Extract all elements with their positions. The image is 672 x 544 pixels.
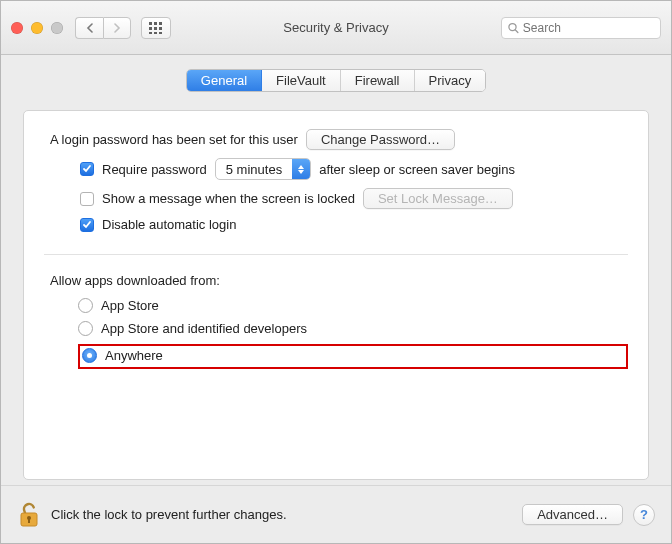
show-message-label: Show a message when the screen is locked: [102, 191, 355, 206]
svg-rect-4: [154, 27, 157, 30]
svg-rect-1: [154, 22, 157, 25]
login-password-status: A login password has been set for this u…: [50, 132, 298, 147]
grid-icon: [149, 22, 163, 34]
anywhere-highlight: Anywhere: [78, 344, 628, 369]
svg-rect-7: [154, 32, 157, 34]
change-password-button[interactable]: Change Password…: [306, 129, 455, 150]
search-field[interactable]: [501, 17, 661, 39]
check-icon: [82, 220, 92, 230]
radio-anywhere[interactable]: Anywhere: [82, 348, 163, 363]
radio-icon: [78, 321, 93, 336]
svg-rect-0: [149, 22, 152, 25]
tab-filevault[interactable]: FileVault: [262, 70, 341, 91]
tab-firewall[interactable]: Firewall: [341, 70, 415, 91]
show-all-button[interactable]: [141, 17, 171, 39]
unlocked-lock-icon: [17, 501, 41, 529]
radio-app-store-identified[interactable]: App Store and identified developers: [78, 321, 628, 336]
zoom-window-button[interactable]: [51, 22, 63, 34]
advanced-button[interactable]: Advanced…: [522, 504, 623, 525]
general-panel: A login password has been set for this u…: [23, 110, 649, 480]
chevron-right-icon: [113, 23, 121, 33]
forward-button[interactable]: [103, 17, 131, 39]
tab-privacy[interactable]: Privacy: [415, 70, 486, 91]
radio-app-store-label: App Store: [101, 298, 159, 313]
svg-rect-3: [149, 27, 152, 30]
minimize-window-button[interactable]: [31, 22, 43, 34]
close-window-button[interactable]: [11, 22, 23, 34]
radio-icon: [82, 348, 97, 363]
password-delay-select[interactable]: 5 minutes: [215, 158, 311, 180]
nav-buttons: [75, 17, 131, 39]
footer: Click the lock to prevent further change…: [1, 485, 671, 543]
back-button[interactable]: [75, 17, 103, 39]
disable-auto-login-label: Disable automatic login: [102, 217, 236, 232]
svg-rect-5: [159, 27, 162, 30]
svg-rect-8: [159, 32, 162, 34]
password-delay-value: 5 minutes: [216, 162, 292, 177]
show-message-checkbox[interactable]: [80, 192, 94, 206]
check-icon: [82, 164, 92, 174]
security-privacy-window: Security & Privacy General FileVault Fir…: [0, 0, 672, 544]
chevron-left-icon: [86, 23, 94, 33]
content-area: General FileVault Firewall Privacy A log…: [1, 55, 671, 485]
window-controls: [11, 22, 63, 34]
after-sleep-label: after sleep or screen saver begins: [319, 162, 515, 177]
titlebar: Security & Privacy: [1, 1, 671, 55]
svg-rect-2: [159, 22, 162, 25]
stepper-icon: [292, 159, 310, 179]
tab-general[interactable]: General: [187, 70, 262, 91]
disable-auto-login-checkbox[interactable]: [80, 218, 94, 232]
search-icon: [508, 22, 519, 34]
search-input[interactable]: [523, 21, 654, 35]
radio-icon: [78, 298, 93, 313]
require-password-label: Require password: [102, 162, 207, 177]
svg-rect-6: [149, 32, 152, 34]
divider: [44, 254, 628, 255]
require-password-checkbox[interactable]: [80, 162, 94, 176]
radio-app-store-identified-label: App Store and identified developers: [101, 321, 307, 336]
allow-apps-heading: Allow apps downloaded from:: [50, 273, 628, 288]
radio-anywhere-label: Anywhere: [105, 348, 163, 363]
help-button[interactable]: ?: [633, 504, 655, 526]
tab-bar: General FileVault Firewall Privacy: [23, 69, 649, 92]
allow-apps-radio-group: App Store App Store and identified devel…: [78, 298, 628, 369]
svg-line-10: [515, 29, 518, 32]
radio-app-store[interactable]: App Store: [78, 298, 628, 313]
lock-button[interactable]: [17, 501, 41, 529]
lock-text: Click the lock to prevent further change…: [51, 507, 287, 522]
set-lock-message-button: Set Lock Message…: [363, 188, 513, 209]
svg-rect-13: [28, 519, 30, 523]
